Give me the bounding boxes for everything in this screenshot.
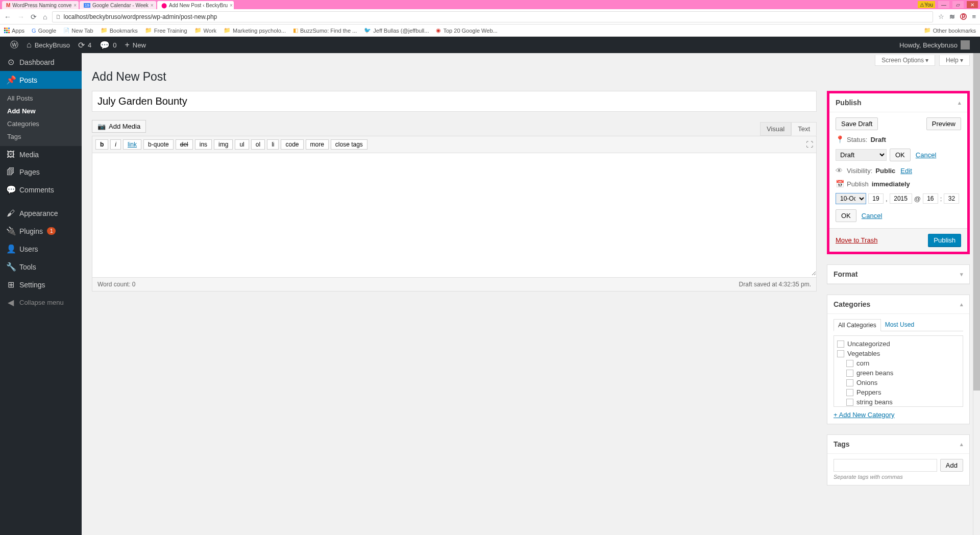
menu-appearance[interactable]: 🖌Appearance <box>0 205 82 222</box>
reload-button[interactable]: ⟳ <box>31 13 37 21</box>
qt-ol[interactable]: ol <box>251 139 265 150</box>
categories-title[interactable]: Categories▴ <box>827 295 969 314</box>
save-draft-button[interactable]: Save Draft <box>836 117 878 130</box>
visibility-edit-link[interactable]: Edit <box>900 167 912 175</box>
add-media-button[interactable]: 📷Add Media <box>92 120 146 133</box>
category-item[interactable]: Vegetables <box>837 349 960 358</box>
checkbox[interactable] <box>837 350 844 357</box>
bookmark-google-web[interactable]: ◉Top 20 Google Web... <box>436 27 497 34</box>
home-button[interactable]: ⌂ <box>43 13 47 21</box>
checkbox[interactable] <box>846 379 853 386</box>
other-bookmarks[interactable]: Other bookmarks <box>924 27 976 34</box>
status-cancel-link[interactable]: Cancel <box>916 151 936 159</box>
maximize-button[interactable]: ▱ <box>952 1 964 8</box>
publish-title[interactable]: Publish▴ <box>829 93 967 112</box>
menu-media[interactable]: 🖾Media <box>0 146 82 163</box>
bookmark-buzzsumo[interactable]: ◧BuzzSumo: Find the ... <box>293 27 357 34</box>
tab-all-categories[interactable]: All Categories <box>834 319 881 331</box>
user-indicator[interactable]: ⚠ You <box>918 1 935 8</box>
menu-dashboard[interactable]: ⊙Dashboard <box>0 53 82 71</box>
submenu-tags[interactable]: Tags <box>0 130 82 143</box>
qt-italic[interactable]: i <box>110 139 121 150</box>
checkbox[interactable] <box>846 360 853 367</box>
star-icon[interactable]: ☆ <box>938 13 944 20</box>
bookmark-google[interactable]: GGoogle <box>32 28 56 34</box>
menu-tools[interactable]: 🔧Tools <box>0 258 82 276</box>
bookmark-folder[interactable]: Free Training <box>145 27 187 34</box>
fullscreen-icon[interactable]: ⛶ <box>806 140 813 149</box>
updates[interactable]: ⟳4 <box>74 40 95 50</box>
wp-logo[interactable]: ⓦ <box>6 40 22 51</box>
category-item[interactable]: Onions <box>837 378 960 387</box>
howdy[interactable]: Howdy, Beckybruso <box>895 40 974 50</box>
checkbox[interactable] <box>846 389 853 396</box>
category-item[interactable]: Uncategorized <box>837 339 960 349</box>
qt-link[interactable]: link <box>123 139 141 150</box>
browser-tab-calendar[interactable]: 19 Google Calendar - Week × <box>80 1 156 9</box>
comments[interactable]: 💬0 <box>95 40 120 50</box>
help-button[interactable]: Help ▾ <box>939 55 970 66</box>
minute-input[interactable] <box>944 193 959 204</box>
close-icon[interactable]: × <box>151 3 154 8</box>
content-textarea[interactable] <box>92 153 816 276</box>
menu-comments[interactable]: 💬Comments <box>0 181 82 199</box>
window-close-button[interactable]: ✕ <box>967 1 978 8</box>
hour-input[interactable] <box>923 193 938 204</box>
browser-tab-wordpress[interactable]: ⬤ Add New Post ‹ BeckyBru × <box>157 1 234 9</box>
qt-more[interactable]: more <box>306 139 329 150</box>
menu-users[interactable]: 👤Users <box>0 240 82 258</box>
bookmark-folder[interactable]: Marketing psycholo... <box>224 27 286 34</box>
buffer-icon[interactable]: ≋ <box>949 13 955 20</box>
tag-input[interactable] <box>834 459 937 472</box>
menu-plugins[interactable]: 🔌Plugins1 <box>0 222 82 240</box>
category-item[interactable]: corn <box>837 358 960 368</box>
collapse-menu[interactable]: ◀Collapse menu <box>0 294 82 311</box>
submenu-add-new[interactable]: Add New <box>0 105 82 117</box>
forward-button[interactable]: → <box>17 13 24 21</box>
menu-settings[interactable]: ⊞Settings <box>0 276 82 294</box>
qt-close-tags[interactable]: close tags <box>331 139 368 150</box>
checkbox[interactable] <box>846 399 853 406</box>
qt-del[interactable]: del <box>176 139 193 150</box>
qt-ins[interactable]: ins <box>195 139 212 150</box>
scroll-thumb[interactable] <box>973 53 980 391</box>
minimize-button[interactable]: — <box>938 1 949 8</box>
date-ok-button[interactable]: OK <box>836 209 856 222</box>
category-item[interactable]: string beans <box>837 397 960 407</box>
tab-text[interactable]: Text <box>791 122 817 136</box>
address-bar[interactable]: 🗋 localhost/beckybruso/wordpress/wp-admi… <box>52 11 933 22</box>
qt-li[interactable]: li <box>267 139 279 150</box>
year-input[interactable] <box>890 193 912 204</box>
tab-visual[interactable]: Visual <box>760 122 791 136</box>
browser-tab-gmail[interactable]: M WordPress Naming conve × <box>2 1 79 9</box>
qt-blockquote[interactable]: b-quote <box>143 139 174 150</box>
site-name[interactable]: ⌂BeckyBruso <box>22 40 74 50</box>
new-content[interactable]: +New <box>121 40 150 50</box>
month-select[interactable]: 10-Oct <box>836 193 866 204</box>
qt-code[interactable]: code <box>281 139 303 150</box>
category-item[interactable]: Peppers <box>837 387 960 397</box>
bookmark-folder[interactable]: Bookmarks <box>101 27 138 34</box>
submenu-all-posts[interactable]: All Posts <box>0 92 82 105</box>
close-icon[interactable]: × <box>74 3 77 8</box>
qt-img[interactable]: img <box>214 139 233 150</box>
post-title-input[interactable] <box>92 91 817 112</box>
menu-posts[interactable]: 📌Posts <box>0 71 82 89</box>
day-input[interactable] <box>868 193 884 204</box>
date-cancel-link[interactable]: Cancel <box>862 212 882 220</box>
menu-icon[interactable]: ≡ <box>972 13 976 20</box>
category-list[interactable]: Uncategorized Vegetables corn green bean… <box>834 335 963 407</box>
checkbox[interactable] <box>846 370 853 377</box>
bookmark-twitter[interactable]: 🐦Jeff Bullas (@jeffbull... <box>364 27 429 34</box>
menu-pages[interactable]: 🗐Pages <box>0 163 82 181</box>
publish-button[interactable]: Publish <box>928 234 961 247</box>
page-scrollbar[interactable] <box>973 53 980 535</box>
checkbox[interactable] <box>837 341 844 348</box>
pinterest-icon[interactable]: ⓟ <box>960 12 967 21</box>
trash-link[interactable]: Move to Trash <box>836 236 877 244</box>
add-category-link[interactable]: + Add New Category <box>834 411 895 419</box>
preview-button[interactable]: Preview <box>926 117 961 130</box>
status-select[interactable]: Draft <box>836 149 887 161</box>
back-button[interactable]: ← <box>4 13 11 21</box>
screen-options-button[interactable]: Screen Options ▾ <box>875 55 935 66</box>
